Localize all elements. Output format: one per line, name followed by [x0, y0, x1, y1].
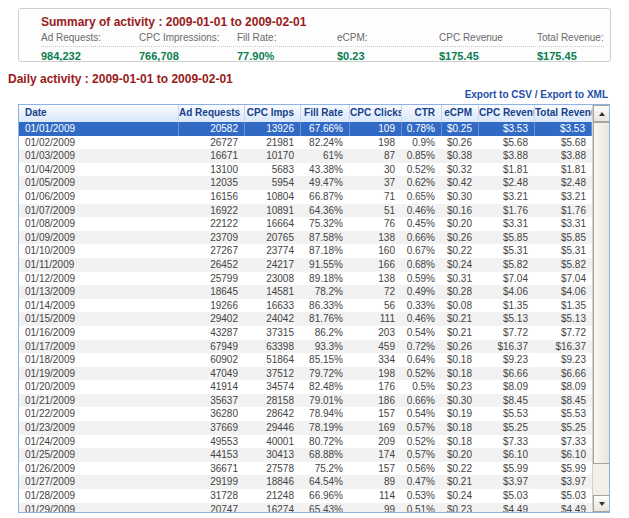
cell-value: $0.25 [442, 122, 479, 136]
cell-value: 12035 [179, 176, 245, 190]
cell-value: 16633 [245, 299, 301, 313]
cell-value: 22122 [179, 217, 245, 231]
cell-value: $0.23 [442, 503, 479, 512]
table-row[interactable]: 01/29/2009207471627465.43%990.51%$0.23$4… [19, 503, 592, 512]
table-row[interactable]: 01/20/2009419143457482.48%1760.5%$0.23$8… [19, 380, 592, 394]
cell-value: $2.48 [535, 176, 592, 190]
scroll-up-button[interactable] [593, 105, 610, 122]
table-row[interactable]: 01/25/2009441533041368.88%1740.57%$0.20$… [19, 448, 592, 462]
table-row[interactable]: 01/05/200912035595449.47%370.62%$0.42$2.… [19, 176, 592, 190]
table-row[interactable]: 01/12/2009257992300889.18%1380.59%$0.31$… [19, 272, 592, 286]
cell-date: 01/04/2009 [19, 163, 179, 177]
cell-date: 01/18/2009 [19, 353, 179, 367]
column-header-cpc-clicks[interactable]: CPC Clicks [350, 105, 402, 122]
scrollbar-thumb[interactable] [593, 122, 610, 464]
cell-value: 138 [350, 231, 402, 245]
cell-value: 186 [350, 394, 402, 408]
column-header-ecpm[interactable]: eCPM [442, 105, 479, 122]
cell-value: 24042 [245, 312, 301, 326]
cell-value: 0.47% [402, 475, 442, 489]
table-row[interactable]: 01/02/2009267272198182.24%1980.9%$0.26$5… [19, 136, 592, 150]
cell-value: 30 [350, 163, 402, 177]
cell-value: 20765 [245, 231, 301, 245]
cell-value: 0.54% [402, 407, 442, 421]
table-row[interactable]: 01/19/2009470493751279.72%1980.52%$0.18$… [19, 367, 592, 381]
export-xml-link[interactable]: Export to XML [540, 89, 608, 100]
column-header-total-revenue[interactable]: Total Revenue [535, 105, 592, 122]
table-row[interactable]: 01/15/2009294022404281.76%1110.46%$0.21$… [19, 312, 592, 326]
cell-value: $0.16 [442, 204, 479, 218]
scroll-down-button[interactable] [593, 495, 610, 512]
table-row[interactable]: 01/28/2009317282124866.96%1140.53%$0.24$… [19, 489, 592, 503]
cell-value: $0.26 [442, 136, 479, 150]
table-row[interactable]: 01/07/2009169221089164.36%510.46%$0.16$1… [19, 204, 592, 218]
cell-value: 18645 [179, 285, 245, 299]
cell-value: $0.28 [442, 285, 479, 299]
cell-value: $9.23 [479, 353, 535, 367]
cell-value: 0.52% [402, 435, 442, 449]
cell-value: 93.3% [301, 340, 350, 354]
cell-value: 43287 [179, 326, 245, 340]
table-row[interactable]: 01/10/2009272672377487.18%1600.67%$0.22$… [19, 244, 592, 258]
table-row[interactable]: 01/04/200913100568343.38%300.52%$0.32$1.… [19, 163, 592, 177]
table-row[interactable]: 01/21/2009356372815879.01%1860.66%$0.30$… [19, 394, 592, 408]
export-csv-link[interactable]: Export to CSV [465, 89, 532, 100]
cell-value: 0.49% [402, 285, 442, 299]
cell-value: 0.46% [402, 312, 442, 326]
cell-value: 157 [350, 462, 402, 476]
cell-value: 68.88% [301, 448, 350, 462]
table-row[interactable]: 01/27/2009291991884664.54%890.47%$0.21$3… [19, 475, 592, 489]
cell-value: 16664 [245, 217, 301, 231]
cell-value: $3.88 [479, 149, 535, 163]
cell-value: 64.54% [301, 475, 350, 489]
cell-value: 64.36% [301, 204, 350, 218]
table-row[interactable]: 01/26/2009366712757875.2%1570.56%$0.22$5… [19, 462, 592, 476]
cell-value: $6.66 [535, 367, 592, 381]
table-row[interactable]: 01/06/2009161561080466.87%710.65%$0.30$3… [19, 190, 592, 204]
table-row[interactable]: 01/22/2009362802864278.94%1570.54%$0.19$… [19, 407, 592, 421]
cell-date: 01/08/2009 [19, 217, 179, 231]
cell-value: 63398 [245, 340, 301, 354]
cell-value: 16156 [179, 190, 245, 204]
grid-body: 01/01/2009205821392667.66%1090.78%$0.25$… [19, 122, 592, 512]
cell-value: 0.57% [402, 421, 442, 435]
table-row[interactable]: 01/08/2009221221666475.32%760.45%$0.20$3… [19, 217, 592, 231]
table-row[interactable]: 01/09/2009237092076587.58%1380.66%$0.26$… [19, 231, 592, 245]
cell-value: $5.03 [479, 489, 535, 503]
cell-value: 67.66% [301, 122, 350, 136]
table-row[interactable]: 01/24/2009495534000180.72%2090.52%$0.18$… [19, 435, 592, 449]
cell-value: 81.76% [301, 312, 350, 326]
cell-value: 25799 [179, 272, 245, 286]
cell-value: 75.32% [301, 217, 350, 231]
cell-value: 0.46% [402, 204, 442, 218]
table-row[interactable]: 01/16/2009432873731586.2%2030.54%$0.21$7… [19, 326, 592, 340]
table-row[interactable]: 01/23/2009376692944678.19%1690.57%$0.18$… [19, 421, 592, 435]
table-row[interactable]: 01/01/2009205821392667.66%1090.78%$0.25$… [19, 122, 592, 136]
table-row[interactable]: 01/13/2009186451458178.2%720.49%$0.28$4.… [19, 285, 592, 299]
cell-value: $4.49 [479, 503, 535, 512]
table-row[interactable]: 01/18/2009609025186485.15%3340.64%$0.18$… [19, 353, 592, 367]
cell-value: $16.37 [535, 340, 592, 354]
column-header-cpc-imps[interactable]: CPC Imps [245, 105, 301, 122]
column-header-cpc-revenue[interactable]: CPC Revenue [479, 105, 535, 122]
cell-value: $5.13 [535, 312, 592, 326]
cell-value: $1.81 [535, 163, 592, 177]
column-header-fill-rate[interactable]: Fill Rate [301, 105, 350, 122]
cell-value: 169 [350, 421, 402, 435]
table-row[interactable]: 01/14/2009192661663386.33%560.33%$0.08$1… [19, 299, 592, 313]
cell-value: 86.33% [301, 299, 350, 313]
cell-value: $9.23 [535, 353, 592, 367]
cell-value: $8.09 [535, 380, 592, 394]
table-row[interactable]: 01/11/2009264522421791.55%1660.68%$0.24$… [19, 258, 592, 272]
cell-value: $0.08 [442, 299, 479, 313]
cell-date: 01/05/2009 [19, 176, 179, 190]
vertical-scrollbar[interactable] [592, 105, 609, 512]
table-row[interactable]: 01/03/2009166711017061%870.85%$0.38$3.88… [19, 149, 592, 163]
cell-value: 37 [350, 176, 402, 190]
column-header-ad-requests[interactable]: Ad Requests [179, 105, 245, 122]
column-header-date[interactable]: Date [19, 105, 179, 122]
daily-activity-title: Daily activity : 2009-01-01 to 2009-02-0… [8, 72, 233, 86]
cell-value: $0.24 [442, 258, 479, 272]
table-row[interactable]: 01/17/2009679496339893.3%4590.72%$0.26$1… [19, 340, 592, 354]
column-header-ctr[interactable]: CTR [402, 105, 442, 122]
